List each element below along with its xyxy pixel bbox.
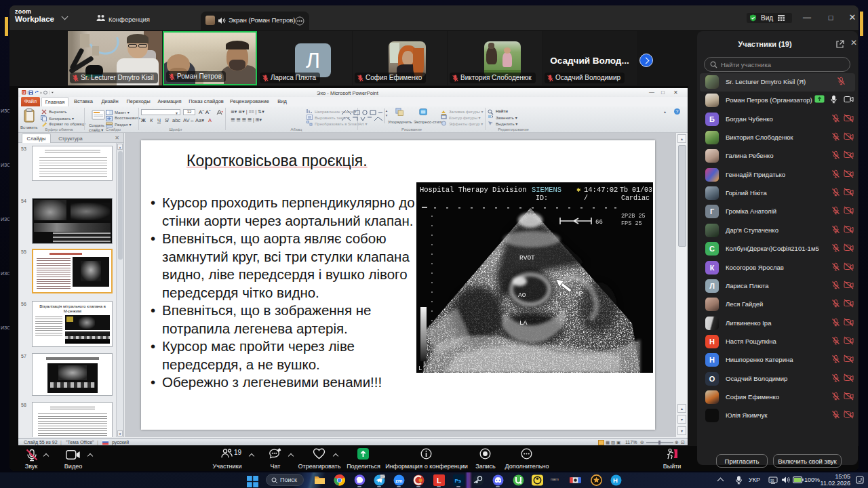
svg-text:ID:: ID: [536,195,548,202]
svg-text:LA: LA [519,319,528,327]
svg-text:99+: 99+ [380,475,385,479]
svg-text:Tb 01/03.: Tb 01/03. [620,186,653,194]
svg-text:Ps: Ps [455,478,462,484]
svg-text:AO: AO [518,291,526,299]
svg-text:zm: zm [395,478,403,484]
svg-text:66: 66 [595,219,603,226]
svg-text:/: / [584,195,588,202]
svg-text:14:47:02: 14:47:02 [584,186,618,194]
svg-text:SIEMENS: SIEMENS [532,186,561,194]
svg-text:FPS 25: FPS 25 [621,220,642,227]
svg-text:AP: AP [575,290,583,298]
svg-text:L: L [437,476,441,485]
svg-text:RVOT: RVOT [519,254,535,262]
svg-text:✱: ✱ [576,186,580,194]
svg-text:H: H [613,476,618,484]
svg-text:Cardiac: Cardiac [621,195,650,202]
svg-text:L: L [418,365,422,372]
svg-text:Hospital Therapy Division: Hospital Therapy Division [420,186,527,194]
svg-text:99: 99 [770,479,774,483]
svg-text:2P2B 25: 2P2B 25 [621,213,646,220]
